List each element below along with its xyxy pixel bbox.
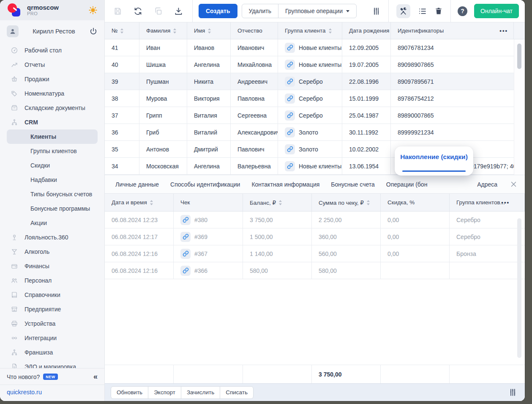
- table-row[interactable]: 41ИванИвановИвановичНовые клиенты12.09.2…: [105, 39, 525, 56]
- sidebar-item-15[interactable]: Финансы: [7, 259, 98, 273]
- operation-row[interactable]: 06.08.2024 12:17#3691 500,00360,000,00Се…: [105, 228, 525, 245]
- sort-icon[interactable]: [366, 200, 370, 206]
- operations-column-header[interactable]: Дата и время: [105, 194, 174, 211]
- sidebar-item-sub-8[interactable]: Скидки: [7, 158, 98, 173]
- sidebar-item-22[interactable]: ЭДО и маркировка: [7, 360, 98, 368]
- link-icon[interactable]: [180, 215, 191, 225]
- sidebar-item-sub-6[interactable]: Клиенты: [7, 129, 98, 144]
- close-panel-icon[interactable]: [510, 181, 517, 188]
- sidebar-item-0[interactable]: Рабочий стол: [7, 43, 98, 58]
- tab-2[interactable]: Контактная информация: [251, 181, 319, 188]
- footer-button-3[interactable]: Списать: [220, 386, 254, 399]
- clients-column-header[interactable]: №: [105, 22, 139, 39]
- link-icon[interactable]: [180, 232, 191, 242]
- list-view-icon[interactable]: [418, 7, 427, 16]
- operation-row[interactable]: 06.08.2024 12:16#3671 140,00560,000,00Бр…: [105, 245, 525, 262]
- link-icon[interactable]: [285, 60, 295, 70]
- sidebar-item-sub-7[interactable]: Группы клиентов: [7, 144, 98, 158]
- import-download-icon[interactable]: [174, 7, 183, 16]
- sidebar-item-18[interactable]: Предприятие: [7, 302, 98, 316]
- refresh-icon[interactable]: [134, 7, 142, 16]
- sidebar-item-5[interactable]: CRM: [7, 115, 98, 129]
- help-icon[interactable]: ?: [458, 6, 467, 16]
- sidebar-item-sub-10[interactable]: Типы бонусных счетов: [7, 187, 98, 201]
- table-row[interactable]: 38МуроваВикторияПавловнаСеребро15.01.199…: [105, 90, 525, 107]
- tab-5[interactable]: Адреса: [477, 181, 497, 188]
- link-icon[interactable]: [285, 161, 295, 171]
- tab-4[interactable]: Операции (бон: [386, 181, 428, 188]
- collapse-sidebar-icon[interactable]: «: [93, 372, 98, 381]
- column-settings-sliders-icon[interactable]: [372, 7, 381, 16]
- sidebar-item-14[interactable]: Алкоголь: [7, 245, 98, 259]
- link-icon[interactable]: [285, 144, 295, 154]
- active-tab-popup[interactable]: Накопление (скидки): [395, 146, 473, 176]
- clients-scrollbar[interactable]: [514, 39, 525, 175]
- delete-button[interactable]: Удалить: [242, 4, 278, 18]
- clients-column-header[interactable]: Фамилия: [139, 22, 187, 39]
- create-button[interactable]: Создать: [199, 4, 237, 18]
- footer-button-1[interactable]: Экспорт: [148, 386, 181, 399]
- sidebar-item-13[interactable]: Лояльность.360: [7, 230, 98, 245]
- table-row[interactable]: 37ГриппВиталияСергеевнаСеребро25.04.1987…: [105, 107, 525, 124]
- sort-icon[interactable]: [328, 28, 332, 34]
- footer-column-settings-sliders-icon[interactable]: [508, 388, 517, 397]
- clients-column-header[interactable]: Группа клиента: [278, 22, 342, 39]
- clients-column-header[interactable]: Идентификаторы: [391, 22, 514, 39]
- footer-button-0[interactable]: Обновить: [111, 386, 148, 399]
- link-icon[interactable]: [285, 127, 295, 137]
- sidebar-item-20[interactable]: Интеграции: [7, 331, 98, 345]
- table-row[interactable]: 39ПушманНикитаАндреевичСеребро22.08.1996…: [105, 73, 525, 90]
- theme-toggle-sun-icon[interactable]: [88, 5, 98, 15]
- sidebar-item-21[interactable]: Франшиза: [7, 345, 98, 360]
- footer-button-2[interactable]: Зачислить: [181, 386, 220, 399]
- operations-columns-menu-icon[interactable]: •••: [501, 194, 510, 211]
- sidebar-item-sub-11[interactable]: Бонусные программы: [7, 201, 98, 216]
- sort-icon[interactable]: [150, 200, 153, 206]
- operations-column-header[interactable]: Группа клиентов...: [450, 194, 525, 211]
- tools-icon[interactable]: [396, 4, 410, 18]
- logout-power-icon[interactable]: [89, 27, 98, 36]
- operations-column-header[interactable]: Баланс, ₽: [243, 194, 312, 211]
- sidebar-item-1[interactable]: Отчеты: [7, 58, 98, 72]
- sort-icon[interactable]: [173, 28, 177, 34]
- sidebar-item-sub-9[interactable]: Надбавки: [7, 173, 98, 187]
- online-chat-button[interactable]: Онлайн-чат: [474, 4, 519, 18]
- sort-icon[interactable]: [278, 200, 282, 206]
- table-row[interactable]: 40ШишкаАнгелинаМихайловнаНовые клиенты19…: [105, 56, 525, 73]
- sidebar-item-sub-12[interactable]: Акции: [7, 216, 98, 230]
- link-icon[interactable]: [180, 249, 191, 259]
- clients-columns-menu-icon[interactable]: •••: [499, 22, 508, 39]
- operations-scrollbar[interactable]: [517, 218, 521, 358]
- link-icon[interactable]: [180, 266, 191, 276]
- sidebar-item-17[interactable]: Справочники: [7, 288, 98, 302]
- link-icon[interactable]: [285, 110, 295, 121]
- operations-column-header[interactable]: Скидка, %: [381, 194, 450, 211]
- sidebar-item-4[interactable]: Складские документы: [7, 101, 98, 115]
- sidebar-item-2[interactable]: Продажи: [7, 72, 98, 86]
- clients-scrollbar-thumb[interactable]: [517, 44, 521, 69]
- tab-0[interactable]: Личные данные: [115, 181, 159, 188]
- tab-3[interactable]: Бонусные счета: [331, 181, 375, 188]
- group-operations-button[interactable]: Групповые операции: [278, 4, 357, 18]
- sidebar-item-16[interactable]: Персонал: [7, 273, 98, 288]
- trash-icon[interactable]: [434, 7, 443, 15]
- user-row[interactable]: Кирилл Рестов: [7, 25, 98, 37]
- sidebar-item-19[interactable]: Устройства: [7, 316, 98, 331]
- clients-column-header[interactable]: Имя: [187, 22, 231, 39]
- link-icon[interactable]: [285, 93, 295, 104]
- site-link[interactable]: quickresto.ru: [7, 389, 42, 396]
- table-row[interactable]: 36ГрибВиталийАлександровичЗолото30.11.19…: [105, 124, 525, 141]
- operation-row[interactable]: 06.08.2024 12:23#3803 750,002 250,000,00…: [105, 212, 525, 228]
- sidebar-item-3[interactable]: Номенклатура: [7, 86, 98, 101]
- link-icon[interactable]: [285, 77, 295, 87]
- whats-new-row[interactable]: Что нового? NEW «: [0, 368, 104, 385]
- sort-icon[interactable]: [207, 28, 211, 34]
- operation-row[interactable]: 06.08.2024 12:16#366580,00580,00: [105, 262, 525, 279]
- operations-column-header[interactable]: Сумма по чеку, ₽: [312, 194, 381, 211]
- sort-icon[interactable]: [120, 28, 124, 34]
- clients-column-header[interactable]: Отчество: [231, 22, 278, 39]
- operations-column-header[interactable]: Чек: [174, 194, 243, 211]
- clients-column-header[interactable]: Дата рождения: [342, 22, 391, 39]
- tab-1[interactable]: Способы идентификации: [170, 181, 240, 188]
- link-icon[interactable]: [285, 43, 295, 53]
